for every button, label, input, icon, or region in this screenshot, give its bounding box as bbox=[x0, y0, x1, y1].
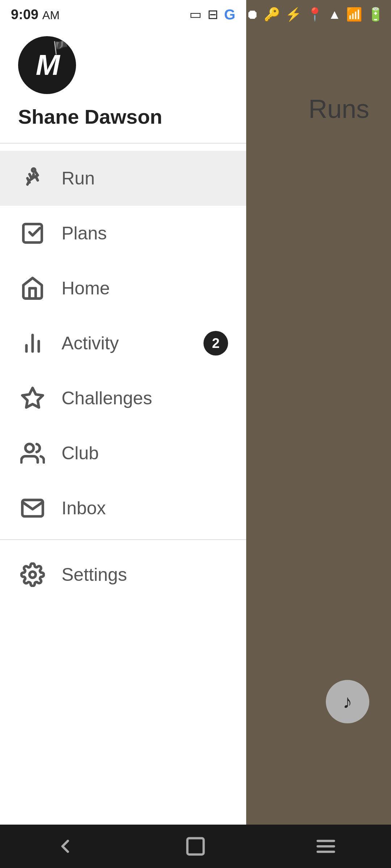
location-icon: 📍 bbox=[307, 7, 323, 22]
activity-badge: 2 bbox=[203, 331, 228, 356]
menu-item-challenges[interactable]: Challenges bbox=[0, 371, 246, 426]
menu-item-activity[interactable]: Activity 2 bbox=[0, 316, 246, 371]
wifi-icon: 📶 bbox=[346, 7, 362, 22]
status-bar: 9:09 AM ▭ ⊟ G bbox=[0, 0, 246, 29]
battery-icon: 🔋 bbox=[367, 7, 384, 22]
svg-point-6 bbox=[25, 444, 34, 452]
home-icon bbox=[18, 274, 47, 303]
settings-section: Settings bbox=[0, 544, 246, 617]
key-icon: 🔑 bbox=[264, 7, 280, 22]
activity-label: Activity bbox=[62, 333, 119, 354]
home-label: Home bbox=[62, 278, 110, 299]
navigation-drawer: 🏴 M Shane Dawson Run bbox=[0, 0, 246, 868]
menu-item-settings[interactable]: Settings bbox=[0, 547, 246, 602]
menu-button[interactable] bbox=[311, 832, 340, 861]
drawer-scrim[interactable] bbox=[246, 0, 391, 868]
menu-item-run[interactable]: Run bbox=[0, 151, 246, 206]
record-icon: ⏺ bbox=[246, 7, 259, 22]
challenges-label: Challenges bbox=[62, 388, 152, 409]
bottom-nav bbox=[0, 825, 391, 868]
menu-list: Run Plans Home bbox=[0, 144, 246, 868]
avatar-decoration: 🏴 bbox=[52, 40, 69, 55]
svg-rect-1 bbox=[24, 224, 42, 243]
menu-item-inbox[interactable]: Inbox bbox=[0, 481, 246, 536]
svg-marker-5 bbox=[22, 388, 43, 408]
status-bar-right: ⏺ 🔑 ⚡ 📍 ▲ 📶 🔋 bbox=[246, 0, 391, 29]
status-icons: ▭ ⊟ G bbox=[189, 7, 235, 23]
signal-icon: ▲ bbox=[328, 7, 341, 22]
svg-point-0 bbox=[32, 169, 35, 172]
avatar[interactable]: 🏴 M bbox=[18, 36, 76, 94]
settings-label: Settings bbox=[62, 564, 127, 585]
run-icon bbox=[18, 164, 47, 193]
inbox-icon bbox=[18, 494, 47, 523]
svg-rect-8 bbox=[188, 838, 204, 855]
plans-label: Plans bbox=[62, 223, 107, 244]
club-label: Club bbox=[62, 443, 99, 464]
settings-icon bbox=[18, 560, 47, 589]
sim-icon: ⊟ bbox=[207, 7, 218, 22]
svg-point-7 bbox=[30, 572, 36, 578]
profile-name: Shane Dawson bbox=[18, 105, 228, 128]
back-button[interactable] bbox=[51, 832, 80, 861]
bluetooth-icon: ⚡ bbox=[285, 7, 302, 22]
menu-item-home[interactable]: Home bbox=[0, 261, 246, 316]
inbox-label: Inbox bbox=[62, 498, 106, 519]
menu-item-plans[interactable]: Plans bbox=[0, 206, 246, 261]
status-time: 9:09 AM bbox=[11, 7, 60, 22]
menu-item-club[interactable]: Club bbox=[0, 426, 246, 481]
run-label: Run bbox=[62, 168, 95, 189]
activity-icon bbox=[18, 329, 47, 358]
menu-divider bbox=[0, 539, 246, 540]
club-icon bbox=[18, 439, 47, 468]
google-icon: G bbox=[224, 7, 235, 23]
home-button[interactable] bbox=[181, 832, 210, 861]
challenges-icon bbox=[18, 384, 47, 413]
plans-icon bbox=[18, 219, 47, 248]
video-icon: ▭ bbox=[189, 7, 202, 22]
